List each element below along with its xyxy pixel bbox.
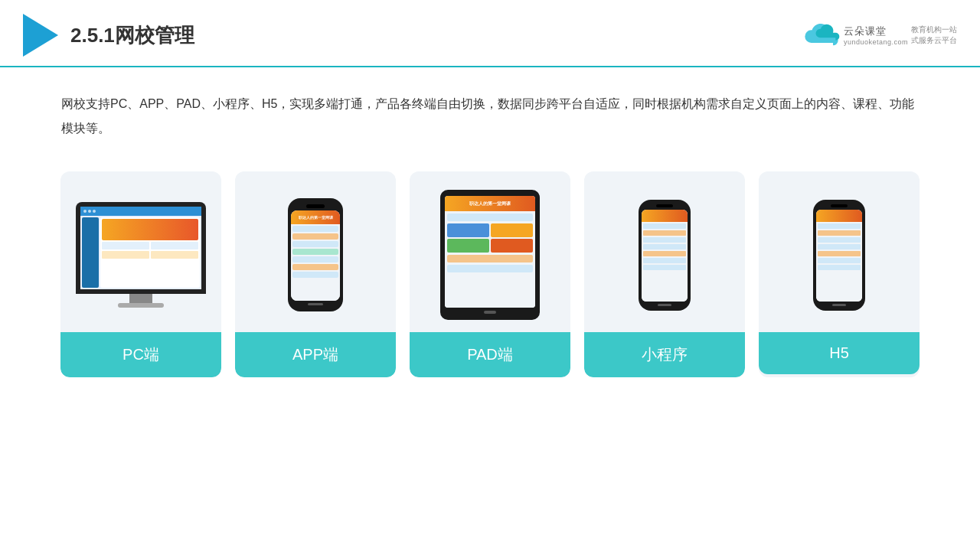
cloud-icon (802, 24, 841, 47)
card-app-label: APP端 (235, 332, 396, 377)
card-h5-label: H5 (759, 332, 920, 374)
h5-phone-icon (813, 200, 865, 311)
card-pc-image (60, 171, 221, 332)
brand-slogan: 教育机构一站 式服务云平台 (911, 24, 957, 46)
pad-tablet-icon: 职达人的第一堂网课 (440, 190, 540, 320)
logo-triangle-icon (23, 14, 58, 57)
card-pad: 职达人的第一堂网课 (410, 171, 570, 377)
pc-monitor-icon (76, 202, 206, 308)
miniprogram-phone-icon (639, 200, 691, 311)
card-pad-image: 职达人的第一堂网课 (410, 171, 570, 332)
description-text: 网校支持PC、APP、PAD、小程序、H5，实现多端打通，产品各终端自由切换，数… (0, 67, 980, 156)
card-pc-label: PC端 (60, 332, 221, 377)
header: 2.5.1网校管理 云朵课堂 yunduoketang.com 教育机构一站 式… (0, 0, 980, 67)
card-miniprogram-label: 小程序 (584, 332, 745, 377)
brand-name-text: 云朵课堂 yunduoketang.com (844, 24, 908, 46)
brand-domain: yunduoketang.com (844, 38, 908, 46)
header-left: 2.5.1网校管理 (23, 14, 194, 57)
card-pc: PC端 (60, 171, 221, 377)
page-title: 2.5.1网校管理 (70, 22, 194, 49)
card-h5: H5 (759, 171, 920, 377)
card-app-image: 职达人的第一堂网课 (235, 171, 396, 332)
card-pad-label: PAD端 (410, 332, 570, 377)
card-h5-image (759, 171, 920, 332)
brand-name: 云朵课堂 (844, 24, 908, 38)
card-app: 职达人的第一堂网课 APP端 (235, 171, 396, 377)
brand-icon-area: 云朵课堂 yunduoketang.com 教育机构一站 式服务云平台 (802, 24, 957, 47)
card-miniprogram-image (584, 171, 745, 332)
platform-cards: PC端 职达人的第一堂网课 (0, 156, 980, 377)
app-phone-icon: 职达人的第一堂网课 (288, 198, 343, 311)
brand-logo: 云朵课堂 yunduoketang.com 教育机构一站 式服务云平台 (802, 24, 957, 47)
card-miniprogram: 小程序 (584, 171, 745, 377)
